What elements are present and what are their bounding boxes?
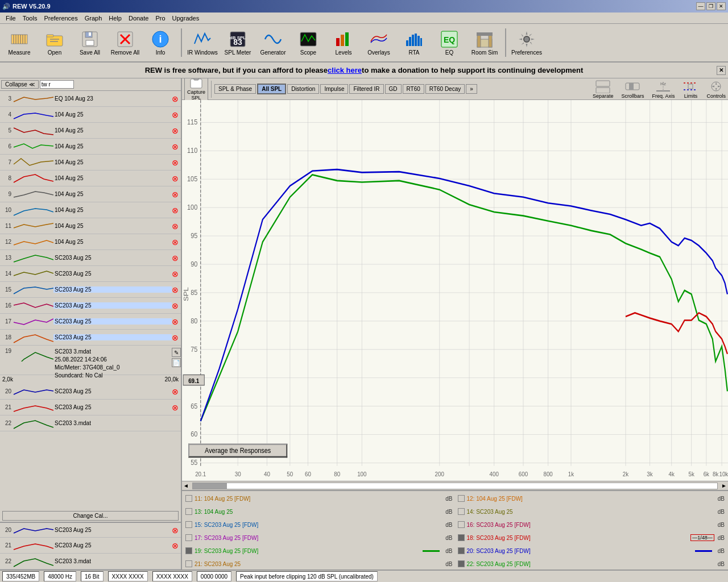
menu-donate[interactable]: Donate bbox=[125, 14, 152, 23]
window-controls[interactable]: — ❐ ✕ bbox=[696, 2, 726, 10]
list-item[interactable]: 8 104 Aug 25 ⊗ bbox=[0, 171, 181, 186]
tab-all-spl[interactable]: All SPL bbox=[257, 84, 286, 94]
capture-button[interactable]: Capture SPL bbox=[184, 78, 208, 102]
list-item[interactable]: 22 SC203 3.mdat bbox=[0, 554, 181, 569]
tab-filtered-ir[interactable]: Filtered IR bbox=[349, 84, 383, 94]
remove-all-button[interactable]: Remove All bbox=[108, 26, 142, 60]
list-item[interactable]: 11 104 Aug 25 ⊗ bbox=[0, 218, 181, 234]
preferences-button[interactable]: Preferences bbox=[510, 26, 544, 60]
list-item[interactable]: 7 104 Aug 25 ⊗ bbox=[0, 155, 181, 171]
list-item[interactable]: 15 SC203 Aug 25 ⊗ bbox=[0, 282, 181, 298]
scrollbars-tool[interactable]: Scrollbars bbox=[621, 80, 644, 99]
levels-button[interactable]: Levels bbox=[326, 26, 361, 60]
delete-item-button[interactable]: ⊗ bbox=[172, 222, 181, 231]
legend-checkbox-21[interactable] bbox=[185, 560, 192, 567]
menu-pro[interactable]: Pro bbox=[152, 14, 168, 23]
delete-item-button[interactable]: ⊗ bbox=[172, 285, 181, 294]
legend-checkbox-16[interactable] bbox=[458, 521, 465, 528]
list-item[interactable]: 4 104 Aug 25 ⊗ bbox=[0, 107, 181, 123]
rta-button[interactable]: RTA bbox=[397, 26, 431, 60]
menu-preferences[interactable]: Preferences bbox=[40, 14, 81, 23]
tab-rt60-decay[interactable]: RT60 Decay bbox=[425, 84, 465, 94]
file-icon[interactable]: 📄 bbox=[172, 358, 181, 367]
delete-item-button[interactable]: ⊗ bbox=[172, 174, 181, 183]
tab-spl-phase[interactable]: SPL & Phase bbox=[214, 84, 256, 94]
legend-checkbox-15[interactable] bbox=[185, 521, 192, 528]
delete-item-button[interactable]: ⊗ bbox=[172, 142, 181, 151]
delete-item-button[interactable]: ⊗ bbox=[172, 190, 181, 199]
legend-checkbox-14[interactable] bbox=[458, 508, 465, 515]
delete-item-button[interactable]: ⊗ bbox=[172, 206, 181, 215]
maximize-button[interactable]: ❐ bbox=[706, 2, 715, 10]
list-item[interactable]: 22 SC203 3.mdat bbox=[0, 415, 181, 431]
controls-tool[interactable]: Controls bbox=[706, 80, 726, 99]
delete-item-button[interactable]: ⊗ bbox=[172, 110, 181, 119]
tab-impulse[interactable]: Impulse bbox=[320, 84, 348, 94]
info-button[interactable]: i Info bbox=[143, 26, 177, 60]
legend-checkbox-17[interactable] bbox=[185, 534, 192, 541]
list-item[interactable]: 6 104 Aug 25 ⊗ bbox=[0, 139, 181, 155]
tab-more[interactable]: » bbox=[466, 84, 477, 94]
list-item[interactable]: 9 104 Aug 25 ⊗ bbox=[0, 186, 181, 202]
menu-help[interactable]: Help bbox=[105, 14, 125, 23]
delete-item-button[interactable]: ⊗ bbox=[172, 387, 181, 396]
list-item[interactable]: 17 SC203 Aug 25 ⊗ bbox=[0, 314, 181, 330]
list-item[interactable]: 20 SC203 Aug 25 ⊗ bbox=[0, 384, 181, 400]
legend-checkbox-20[interactable] bbox=[458, 547, 465, 554]
spl-meter-button[interactable]: dB SPL83 SPL Meter bbox=[221, 26, 255, 60]
legend-checkbox-11[interactable] bbox=[185, 495, 192, 502]
list-item[interactable]: 10 104 Aug 25 ⊗ bbox=[0, 202, 181, 218]
list-item[interactable]: 3 EQ 104 Aug 23 ⊗ bbox=[0, 91, 181, 107]
list-item[interactable]: 20 SC203 Aug 25 ⊗ bbox=[0, 522, 181, 538]
list-item[interactable]: 16 SC203 Aug 25 ⊗ bbox=[0, 298, 181, 314]
delete-item-button[interactable]: ⊗ bbox=[172, 158, 181, 167]
list-item[interactable]: 14 SC203 Aug 25 ⊗ bbox=[0, 266, 181, 282]
delete-item-button[interactable]: ⊗ bbox=[172, 269, 181, 278]
legend-checkbox-18[interactable] bbox=[458, 534, 465, 541]
search-input[interactable] bbox=[40, 80, 74, 89]
list-item[interactable]: 13 SC203 Aug 25 ⊗ bbox=[0, 250, 181, 266]
delete-item-button[interactable]: ⊗ bbox=[172, 301, 181, 310]
scope-button[interactable]: Scope bbox=[291, 26, 325, 60]
delete-item-button[interactable]: ⊗ bbox=[172, 333, 181, 342]
legend-checkbox-12[interactable] bbox=[458, 495, 465, 502]
room-sim-button[interactable]: Room Sim bbox=[468, 26, 502, 60]
chart-horizontal-scrollbar[interactable]: ◄ ► bbox=[182, 481, 728, 490]
edit-icon[interactable]: ✎ bbox=[172, 348, 181, 357]
donation-link[interactable]: click here bbox=[328, 66, 362, 74]
delete-item-button[interactable]: ⊗ bbox=[172, 317, 181, 326]
menu-file[interactable]: File bbox=[2, 14, 19, 23]
freq-axis-tool[interactable]: Hz Freq. Axis bbox=[652, 80, 675, 99]
delete-item-button[interactable]: ⊗ bbox=[172, 526, 181, 535]
tab-distortion[interactable]: Distortion bbox=[287, 84, 319, 94]
save-all-button[interactable]: Save All bbox=[73, 26, 107, 60]
generator-button[interactable]: Generator bbox=[256, 26, 290, 60]
menu-graph[interactable]: Graph bbox=[81, 14, 106, 23]
list-item[interactable]: 21 SC203 Aug 25 ⊗ bbox=[0, 400, 181, 415]
delete-item-button[interactable]: ⊗ bbox=[172, 403, 181, 412]
minimize-button[interactable]: — bbox=[696, 2, 705, 10]
list-item[interactable]: 12 104 Aug 25 ⊗ bbox=[0, 234, 181, 250]
donation-close-button[interactable]: ✕ bbox=[717, 66, 726, 75]
close-button[interactable]: ✕ bbox=[717, 2, 726, 10]
list-item[interactable]: 5 104 Aug 25 ⊗ bbox=[0, 123, 181, 139]
list-item[interactable]: 18 SC203 Aug 25 ⊗ bbox=[0, 330, 181, 346]
tab-gd[interactable]: GD bbox=[385, 84, 402, 94]
menu-tools[interactable]: Tools bbox=[19, 14, 41, 23]
delete-item-button[interactable]: ⊗ bbox=[172, 238, 181, 247]
limits-tool[interactable]: Limits bbox=[682, 80, 698, 99]
collapse-button[interactable]: Collapse ≪ bbox=[1, 80, 39, 89]
legend-checkbox-22[interactable] bbox=[458, 560, 465, 567]
delete-item-button[interactable]: ⊗ bbox=[172, 126, 181, 135]
legend-checkbox-19[interactable] bbox=[185, 547, 192, 554]
delete-item-button[interactable]: ⊗ bbox=[172, 94, 181, 103]
menu-upgrades[interactable]: Upgrades bbox=[169, 14, 203, 23]
measure-button[interactable]: Measure bbox=[2, 26, 36, 60]
list-item[interactable]: 19 SC203 3.mdat 25.08.2022 14:24:06 Mic/… bbox=[0, 346, 181, 375]
delete-item-button[interactable]: ⊗ bbox=[172, 253, 181, 263]
open-button[interactable]: Open bbox=[38, 26, 72, 60]
separate-tool[interactable]: Separate bbox=[593, 80, 614, 99]
tab-rt60[interactable]: RT60 bbox=[403, 84, 424, 94]
ir-windows-button[interactable]: IR Windows bbox=[185, 26, 220, 60]
delete-item-button[interactable]: ⊗ bbox=[172, 541, 181, 550]
